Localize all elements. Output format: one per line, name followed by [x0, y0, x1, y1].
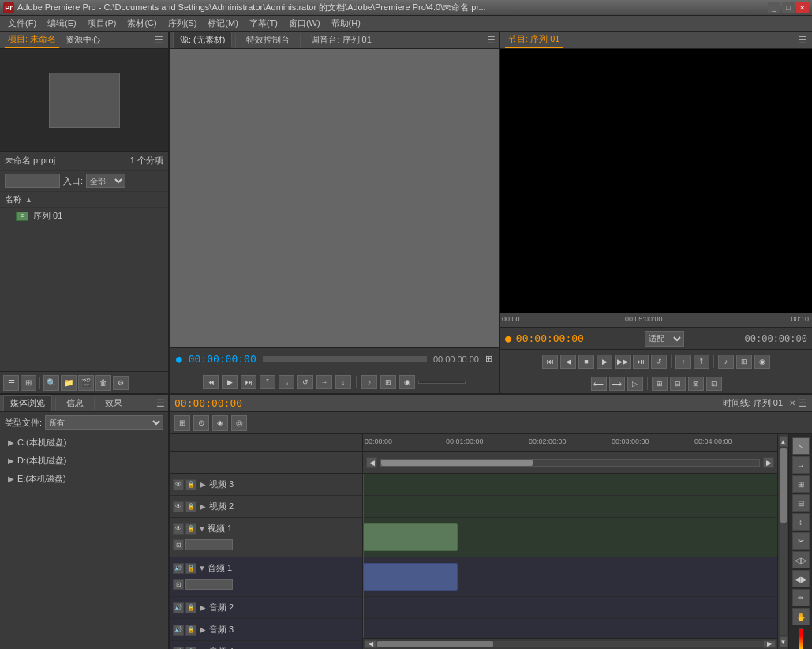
clip-icon-v1[interactable]: ⊡ — [173, 539, 184, 550]
v-scrollbar-thumb[interactable] — [780, 448, 787, 523]
mark-in-btn[interactable]: ⌜ — [260, 375, 275, 389]
razor-btn[interactable]: ◎ — [231, 415, 247, 431]
prog-to-start-btn[interactable]: ⏮ — [542, 355, 558, 369]
mark-out-btn[interactable]: ⌟ — [279, 375, 294, 389]
loop-btn[interactable]: ↺ — [297, 375, 313, 389]
lock-icon-v1[interactable]: 🔒 — [185, 523, 196, 535]
razor-tool-icon[interactable]: ✂ — [792, 532, 810, 550]
expand-a2[interactable]: ▶ — [200, 603, 206, 612]
menu-project[interactable]: 项目(P) — [83, 16, 122, 31]
drive-d[interactable]: ▶ D:(本机磁盘) — [0, 452, 168, 470]
prog-trim2[interactable]: ⊟ — [670, 377, 686, 391]
prog-to-end-btn[interactable]: ⏭ — [633, 355, 649, 369]
insert-btn[interactable]: → — [316, 375, 332, 389]
eye-icon-v3[interactable]: 👁 — [173, 479, 184, 490]
audio2-track[interactable] — [363, 597, 777, 619]
prog-extra1[interactable]: ⟵ — [591, 377, 607, 391]
prog-step-fwd-btn[interactable]: ▶▶ — [615, 355, 631, 369]
close-button[interactable]: ✕ — [796, 2, 809, 13]
prog-trim4[interactable]: ⊡ — [706, 377, 722, 391]
link-btn[interactable]: ⊙ — [193, 415, 209, 431]
menu-file[interactable]: 文件(F) — [3, 16, 41, 31]
prog-extra2[interactable]: ⟶ — [609, 377, 625, 391]
audio1-clip[interactable] — [363, 563, 458, 590]
scroll-up-btn[interactable]: ▲ — [780, 436, 788, 447]
menu-marker[interactable]: 标记(M) — [203, 16, 243, 31]
prog-audio-btn[interactable]: ♪ — [718, 355, 734, 369]
lock-icon-v3[interactable]: 🔒 — [185, 479, 196, 490]
type-select[interactable]: 所有 — [45, 415, 163, 430]
tab-media-browser[interactable]: 媒体浏览 — [3, 395, 52, 411]
lock-icon-a2[interactable]: 🔒 — [185, 602, 196, 613]
step-back-btn[interactable]: ⏮ — [203, 375, 219, 389]
h-scrollbar-thumb[interactable] — [377, 641, 493, 647]
scroll-right-btn[interactable]: ▶ — [763, 640, 776, 648]
maximize-button[interactable]: □ — [782, 2, 795, 13]
prog-trim1[interactable]: ⊞ — [652, 377, 668, 391]
tab-info[interactable]: 信息 — [59, 395, 91, 411]
source-mini-ruler[interactable] — [263, 356, 427, 362]
tab-audio-mixer[interactable]: 调音台: 序列 01 — [304, 32, 378, 48]
overwrite-btn[interactable]: ↓ — [335, 375, 351, 389]
video3-track[interactable] — [363, 474, 777, 496]
volume-slider[interactable] — [418, 381, 466, 384]
expand-a3[interactable]: ▶ — [200, 625, 206, 634]
delete-btn[interactable]: 🗑 — [95, 375, 111, 391]
mute-icon-a3[interactable]: 🔊 — [173, 625, 184, 636]
tab-source[interactable]: 源: (无素材) — [173, 32, 232, 48]
fit-select[interactable]: 适配 — [645, 331, 684, 347]
settings-btn[interactable]: ⚙ — [113, 376, 129, 390]
menu-clip[interactable]: 素材(C) — [122, 16, 161, 31]
lock-icon-a1[interactable]: 🔒 — [185, 563, 196, 574]
marker-btn[interactable]: ◈ — [212, 415, 228, 431]
menu-window[interactable]: 窗口(W) — [284, 16, 325, 31]
tab-project[interactable]: 项目: 未命名 — [5, 32, 59, 48]
video1-track[interactable] — [363, 518, 777, 557]
filter-select[interactable]: 全部 — [86, 174, 125, 188]
timeline-h-scrollbar[interactable]: ◀ ▶ — [363, 638, 777, 649]
source-scale-icon[interactable]: ⊞ — [485, 354, 492, 364]
slip-tool-icon[interactable]: ◁▷ — [792, 551, 810, 568]
lock-icon-a4[interactable]: 🔒 — [185, 647, 196, 650]
ripple-edit-icon[interactable]: ⊞ — [792, 475, 810, 493]
list-item[interactable]: ≡ 序列 01 — [0, 208, 168, 224]
menu-title[interactable]: 字幕(T) — [245, 16, 283, 31]
media-menu-icon[interactable]: ☰ — [156, 398, 165, 409]
timeline-close-icon[interactable]: ✕ — [789, 399, 795, 407]
tab-resource-center[interactable]: 资源中心 — [62, 32, 103, 47]
tab-effects-controls[interactable]: 特效控制台 — [239, 32, 297, 48]
video1-clip[interactable] — [363, 523, 458, 550]
audio-btn[interactable]: ♪ — [361, 375, 377, 389]
lock-icon-v2[interactable]: 🔒 — [185, 501, 196, 512]
prog-trim3[interactable]: ⊠ — [688, 377, 704, 391]
zoom-slider[interactable] — [380, 459, 760, 467]
icon-view-btn[interactable]: ⊞ — [21, 375, 36, 391]
mute-icon-a2[interactable]: 🔊 — [173, 602, 184, 613]
search-input[interactable] — [5, 174, 60, 188]
menu-help[interactable]: 帮助(H) — [327, 16, 365, 31]
play-pause-btn[interactable]: ▶ — [222, 375, 238, 389]
tab-program[interactable]: 节目: 序列 01 — [505, 32, 563, 48]
tab-effects[interactable]: 效果 — [98, 395, 129, 411]
search-btn[interactable]: 🔍 — [43, 375, 59, 391]
list-view-btn[interactable]: ☰ — [3, 375, 19, 391]
rate-stretch-icon[interactable]: ↕ — [792, 513, 810, 531]
h-scrollbar-track[interactable] — [377, 641, 763, 647]
drive-e[interactable]: ▶ E:(本机磁盘) — [0, 470, 168, 488]
prog-safe-btn[interactable]: ⊞ — [736, 355, 752, 369]
new-item-btn[interactable]: 🎬 — [78, 375, 94, 391]
prog-lift-btn[interactable]: ↑ — [675, 355, 691, 369]
playhead[interactable] — [363, 474, 364, 638]
eye-icon-v2[interactable]: 👁 — [173, 501, 184, 512]
safe-margins-btn[interactable]: ⊞ — [380, 375, 396, 389]
scroll-left-btn[interactable]: ◀ — [365, 640, 377, 648]
new-folder-btn[interactable]: 📁 — [61, 375, 77, 391]
clip-icon-a1[interactable]: ⊡ — [173, 579, 184, 590]
minimize-button[interactable]: _ — [768, 2, 780, 13]
expand-v1[interactable]: ▼ — [198, 524, 206, 533]
step-fwd-btn[interactable]: ⏭ — [241, 375, 256, 389]
menu-edit[interactable]: 编辑(E) — [43, 16, 81, 31]
prog-play-btn[interactable]: ▶ — [597, 355, 612, 369]
zoom-in-btn[interactable]: ◀ — [366, 457, 377, 468]
lock-icon-a3[interactable]: 🔒 — [185, 625, 196, 636]
